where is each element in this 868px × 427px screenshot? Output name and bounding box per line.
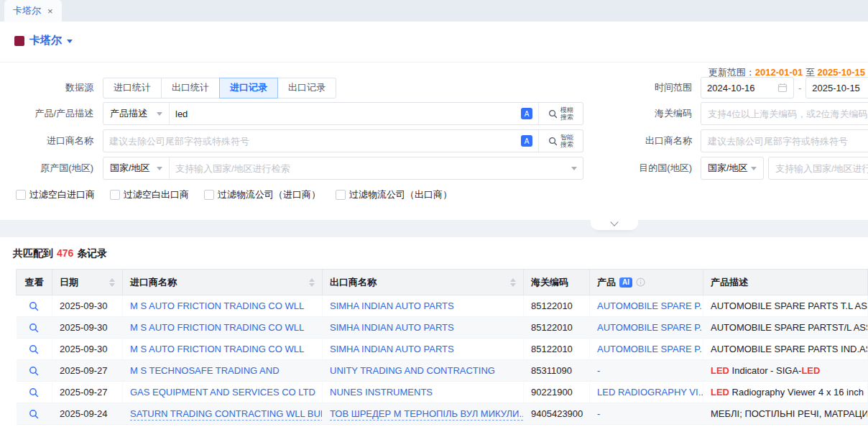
view-cell[interactable] xyxy=(17,382,52,403)
product-cell: AUTOMOBILE SPARE P... xyxy=(590,295,703,317)
translate-icon[interactable]: A xyxy=(521,108,532,119)
tab-qatar[interactable]: 卡塔尔 × xyxy=(4,0,62,22)
checkbox[interactable] xyxy=(336,190,346,200)
view-cell[interactable] xyxy=(17,295,52,317)
importer-link[interactable]: GAS EQUIPMENT AND SERVICES CO LTD xyxy=(130,387,315,398)
sort-icons[interactable] xyxy=(309,278,315,287)
importer-cell: M S TECHNOSAFE TRADING AND xyxy=(123,360,323,382)
view-record-icon[interactable] xyxy=(29,301,39,311)
filter-blank-exporter[interactable]: 过滤空白出口商 xyxy=(110,188,189,201)
exporter-link[interactable]: NUNES INSTRUMENTS xyxy=(330,387,433,398)
chevron-down-icon xyxy=(67,40,73,46)
col-header-importer[interactable]: 进口商名称 xyxy=(123,270,323,295)
checkbox[interactable] xyxy=(16,190,26,200)
view-cell[interactable] xyxy=(17,339,52,360)
exporter-link[interactable]: UNITY TRADING AND CONTRACTING xyxy=(330,365,495,376)
collapse-panel-button[interactable] xyxy=(591,220,638,230)
exporter-cell: NUNES INSTRUMENTS xyxy=(323,382,524,403)
origin-type-select[interactable]: 国家/地区 xyxy=(103,157,170,179)
exporter-search-input[interactable] xyxy=(708,136,868,147)
product-cell: AUTOMOBILE SPARE P... xyxy=(590,339,703,360)
info-icon[interactable] xyxy=(636,277,645,287)
highlighted-term: LED xyxy=(711,387,729,398)
fuzzy-search-toggle[interactable]: 模糊搜索 xyxy=(538,103,583,124)
filter-logistics-importer[interactable]: 过滤物流公司（进口商） xyxy=(204,188,320,201)
region-selector[interactable]: 卡塔尔 xyxy=(14,34,73,47)
results-count: 476 xyxy=(57,247,73,259)
table-row: 2025-09-27GAS EQUIPMENT AND SERVICES CO … xyxy=(17,382,868,403)
col-header-product: 产品 AI xyxy=(590,270,703,295)
date-from-input[interactable] xyxy=(707,83,769,93)
exporter-link[interactable]: SIMHA INDIAN AUTO PARTS xyxy=(330,322,454,333)
view-cell[interactable] xyxy=(17,360,52,382)
product-type-select[interactable]: 产品描述 xyxy=(103,103,170,124)
destination-field xyxy=(768,157,868,180)
destination-country-input[interactable] xyxy=(775,163,868,174)
product-search-input[interactable] xyxy=(175,109,516,119)
view-cell[interactable] xyxy=(17,403,52,425)
datasource-button-group: 进口统计 出口统计 进口记录 出口记录 xyxy=(103,78,336,98)
chevron-icon xyxy=(610,218,618,226)
translate-icon[interactable]: A xyxy=(521,135,532,147)
button-export-stats[interactable]: 出口统计 xyxy=(161,78,220,98)
button-import-stats[interactable]: 进口统计 xyxy=(103,78,162,98)
product-link[interactable]: AUTOMOBILE SPARE P... xyxy=(597,300,703,311)
importer-link[interactable]: M S AUTO FRICTION TRADING CO WLL xyxy=(130,300,304,311)
date-from-field[interactable] xyxy=(701,77,794,98)
view-record-icon[interactable] xyxy=(29,366,39,376)
search-icon xyxy=(548,109,558,119)
importer-link[interactable]: M S TECHNOSAFE TRADING AND xyxy=(130,365,280,376)
checkbox[interactable] xyxy=(204,190,214,200)
origin-country-input[interactable] xyxy=(175,163,566,174)
exporter-link[interactable]: ТОВ ШРЕДЕР М ТЕРНОПІЛЬ ВУЛ МИКУЛИ... xyxy=(330,408,524,421)
exporter-cell: ТОВ ШРЕДЕР М ТЕРНОПІЛЬ ВУЛ МИКУЛИ... xyxy=(323,403,524,425)
smart-search-toggle[interactable]: 智能搜索 xyxy=(538,130,583,152)
row-product: 产品/产品描述 产品描述 A 模糊搜索 海关编码 xyxy=(0,102,868,125)
importer-cell: M S AUTO FRICTION TRADING CO WLL xyxy=(123,317,323,339)
filter-blank-importer[interactable]: 过滤空白进口商 xyxy=(16,188,95,201)
importer-link[interactable]: M S AUTO FRICTION TRADING CO WLL xyxy=(130,322,304,333)
sort-icons[interactable] xyxy=(109,278,115,287)
product-link[interactable]: AUTOMOBILE SPARE P... xyxy=(597,344,703,354)
row-datasource: 数据源 进口统计 出口统计 进口记录 出口记录 时间范围 - xyxy=(0,76,868,99)
records-table: 查看 日期 进口商名称 出口商名称 海关编码 xyxy=(16,269,868,425)
view-cell[interactable] xyxy=(17,317,52,339)
col-header-date[interactable]: 日期 xyxy=(52,270,123,295)
table-row: 2025-09-24SATURN TRADING CONTRACTING WLL… xyxy=(17,403,868,425)
col-header-exporter[interactable]: 出口商名称 xyxy=(323,270,524,295)
tab-close-icon[interactable]: × xyxy=(47,6,53,16)
product-cell: - xyxy=(590,403,703,425)
results-summary: 共匹配到476条记录 xyxy=(13,247,107,260)
view-record-icon[interactable] xyxy=(29,323,39,333)
product-link[interactable]: AUTOMOBILE SPARE P... xyxy=(597,322,703,333)
exporter-cell: SIMHA INDIAN AUTO PARTS xyxy=(323,339,524,360)
view-record-icon[interactable] xyxy=(29,387,39,398)
desc-cell: AUTOMOBILE SPARE PARTS T.L ASSY ... xyxy=(703,295,868,317)
product-link[interactable]: LED RADIOGRAPHY VI... xyxy=(597,387,703,398)
importer-link[interactable]: SATURN TRADING CONTRACTING WLL BUI... xyxy=(130,408,323,421)
calendar-icon xyxy=(777,83,788,93)
view-record-icon[interactable] xyxy=(29,344,39,354)
button-export-records[interactable]: 出口记录 xyxy=(277,78,336,98)
highlighted-term: LED xyxy=(801,365,820,376)
origin-label: 原产国(地区) xyxy=(0,157,93,180)
sort-icons[interactable] xyxy=(510,278,516,287)
checkbox[interactable] xyxy=(110,190,120,200)
desc-cell: МЕБЛІ; ПОСТІЛЬНІ РЕЧІ, МАТРАЦИ,... xyxy=(703,403,868,425)
row-origin: 原产国(地区) 国家/地区 目的国(地区) 国家/地区 xyxy=(0,157,868,180)
destination-type-select[interactable]: 国家/地区 xyxy=(701,157,764,180)
button-import-records[interactable]: 进口记录 xyxy=(219,78,278,98)
date-to-input[interactable] xyxy=(812,83,868,93)
region-title: 卡塔尔 xyxy=(29,34,62,47)
exporter-link[interactable]: SIMHA INDIAN AUTO PARTS xyxy=(330,300,454,311)
filter-logistics-exporter[interactable]: 过滤物流公司（出口商） xyxy=(336,188,452,201)
hs-code-input[interactable] xyxy=(708,109,868,119)
date-to-field[interactable] xyxy=(805,77,868,98)
tab-label: 卡塔尔 xyxy=(13,4,41,17)
highlighted-term: LED xyxy=(711,365,729,376)
importer-search-input[interactable] xyxy=(109,136,516,147)
desc-cell: LED Indicator - SIGA-LED xyxy=(703,360,868,382)
exporter-link[interactable]: SIMHA INDIAN AUTO PARTS xyxy=(330,344,454,354)
importer-link[interactable]: M S AUTO FRICTION TRADING CO WLL xyxy=(130,344,304,354)
view-record-icon[interactable] xyxy=(29,409,39,419)
